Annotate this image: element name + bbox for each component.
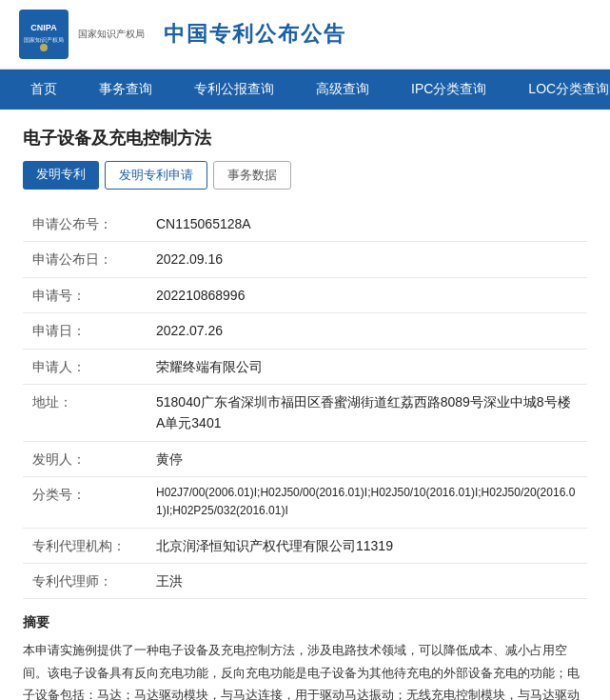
- field-label-attorney: 专利代理师：: [23, 563, 147, 598]
- field-label-app-date: 申请日：: [23, 313, 147, 349]
- nav-item-ipc[interactable]: IPC分类查询: [390, 70, 507, 110]
- logo-area: CNIPA 国家知识产权局 国家知识产权局: [19, 10, 145, 59]
- field-label-address: 地址：: [23, 384, 147, 441]
- field-label-applicant: 申请人：: [23, 349, 147, 384]
- main-nav: 首页 事务查询 专利公报查询 高级查询 IPC分类查询 LOC分类查询: [0, 70, 610, 110]
- field-label-agency: 专利代理机构：: [23, 528, 147, 563]
- field-value-applicant: 荣耀终端有限公司: [147, 349, 587, 384]
- field-value-pub-num: CN115065128A: [147, 207, 587, 242]
- table-row: 申请公布日： 2022.09.16: [23, 242, 587, 277]
- nav-item-loc[interactable]: LOC分类查询: [507, 70, 610, 110]
- svg-text:CNIPA: CNIPA: [30, 23, 57, 32]
- tab-bar: 发明专利 发明专利申请 事务数据: [23, 161, 587, 190]
- abstract-text: 本申请实施例提供了一种电子设备及充电控制方法，涉及电路技术领域，可以降低成本、减…: [23, 639, 587, 700]
- header-title: 中国专利公布公告: [164, 20, 346, 49]
- table-row: 专利代理机构： 北京润泽恒知识产权代理有限公司11319: [23, 528, 587, 563]
- tab-affairs-data[interactable]: 事务数据: [213, 161, 291, 190]
- info-table: 申请公布号： CN115065128A 申请公布日： 2022.09.16 申请…: [23, 207, 587, 599]
- nav-item-gazette[interactable]: 专利公报查询: [173, 70, 295, 110]
- field-label-pub-date: 申请公布日：: [23, 242, 147, 277]
- header: CNIPA 国家知识产权局 国家知识产权局 中国专利公布公告: [0, 0, 610, 70]
- field-label-app-num: 申请号：: [23, 277, 147, 312]
- table-row: 分类号： H02J7/00(2006.01)I;H02J50/00(2016.0…: [23, 477, 587, 528]
- field-value-classification: H02J7/00(2006.01)I;H02J50/00(2016.01)I;H…: [147, 477, 587, 528]
- content-area: 电子设备及充电控制方法 发明专利 发明专利申请 事务数据 申请公布号： CN11…: [0, 110, 610, 700]
- page-title: 电子设备及充电控制方法: [23, 127, 587, 150]
- field-label-classification: 分类号：: [23, 477, 147, 528]
- table-row: 发明人： 黄停: [23, 441, 587, 476]
- logo-sub-text: 国家知识产权局: [78, 28, 145, 41]
- field-value-inventor: 黄停: [147, 441, 587, 476]
- table-row: 专利代理师： 王洪: [23, 563, 587, 598]
- tab-invention-patent[interactable]: 发明专利: [23, 161, 99, 190]
- field-value-pub-date: 2022.09.16: [147, 242, 587, 277]
- field-value-app-num: 202210868996: [147, 277, 587, 312]
- tab-invention-application[interactable]: 发明专利申请: [105, 161, 207, 190]
- table-row: 地址： 518040广东省深圳市福田区香蜜湖街道红荔西路8089号深业中城8号楼…: [23, 384, 587, 441]
- field-value-attorney: 王洪: [147, 563, 587, 598]
- svg-rect-0: [19, 10, 69, 59]
- field-value-agency: 北京润泽恒知识产权代理有限公司11319: [147, 528, 587, 563]
- field-value-app-date: 2022.07.26: [147, 313, 587, 349]
- table-row: 申请人： 荣耀终端有限公司: [23, 349, 587, 384]
- svg-text:国家知识产权局: 国家知识产权局: [24, 36, 64, 43]
- abstract-title: 摘要: [23, 614, 587, 631]
- table-row: 申请日： 2022.07.26: [23, 313, 587, 349]
- table-row: 申请公布号： CN115065128A: [23, 207, 587, 242]
- table-row: 申请号： 202210868996: [23, 277, 587, 312]
- nav-item-home[interactable]: 首页: [10, 70, 78, 110]
- field-value-address: 518040广东省深圳市福田区香蜜湖街道红荔西路8089号深业中城8号楼A单元3…: [147, 384, 587, 441]
- field-label-pub-num: 申请公布号：: [23, 207, 147, 242]
- cnipa-logo-icon: CNIPA 国家知识产权局: [19, 10, 69, 59]
- nav-item-affairs[interactable]: 事务查询: [78, 70, 173, 110]
- field-label-inventor: 发明人：: [23, 441, 147, 476]
- svg-point-3: [40, 44, 48, 51]
- nav-item-advanced[interactable]: 高级查询: [295, 70, 390, 110]
